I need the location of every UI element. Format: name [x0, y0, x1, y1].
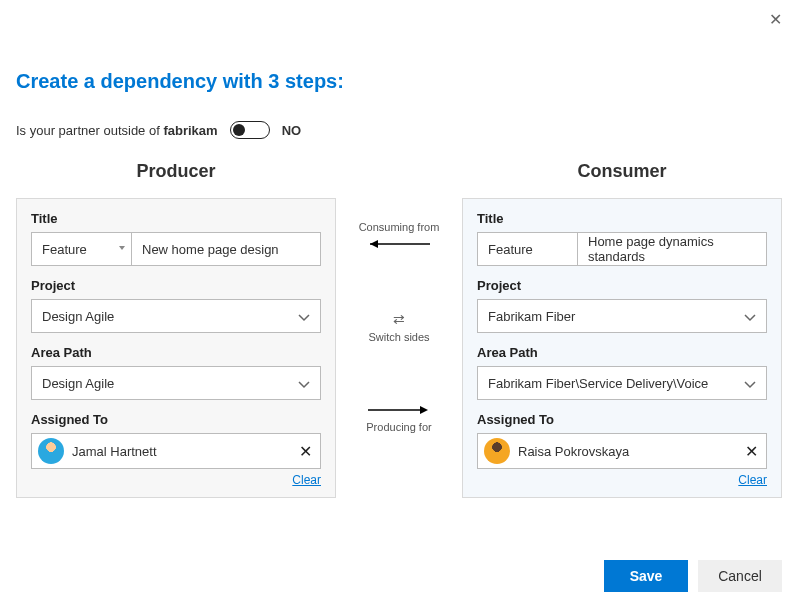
- consumer-assigned-label: Assigned To: [477, 412, 767, 427]
- producer-title-input[interactable]: New home page design: [132, 233, 320, 265]
- producer-assigned-picker[interactable]: Jamal Hartnett ✕: [31, 433, 321, 469]
- dialog-title: Create a dependency with 3 steps:: [16, 70, 782, 93]
- producer-assigned-name: Jamal Hartnett: [72, 444, 157, 459]
- consumer-area-label: Area Path: [477, 345, 767, 360]
- arrow-right-icon: [364, 403, 434, 417]
- consumer-assigned-name: Raisa Pokrovskaya: [518, 444, 629, 459]
- consumer-title-type-select[interactable]: Feature: [478, 233, 578, 265]
- producer-title-row: Feature New home page design: [31, 232, 321, 266]
- consumer-heading: Consumer: [462, 157, 782, 186]
- switch-sides-label[interactable]: Switch sides: [368, 331, 429, 343]
- producer-title-type-value: Feature: [42, 242, 87, 257]
- producer-area-value: Design Agile: [42, 376, 114, 391]
- producer-title-type-select[interactable]: Feature: [32, 233, 132, 265]
- consumer-project-label: Project: [477, 278, 767, 293]
- arrow-left-icon: [364, 237, 434, 251]
- avatar: [38, 438, 64, 464]
- consumer-area-value: Fabrikam Fiber\Service Delivery\Voice: [488, 376, 708, 391]
- chevron-down-icon: [298, 314, 310, 322]
- consumer-project-select[interactable]: Fabrikam Fiber: [477, 299, 767, 333]
- consumer-area-select[interactable]: Fabrikam Fiber\Service Delivery\Voice: [477, 366, 767, 400]
- consumer-assigned-picker[interactable]: Raisa Pokrovskaya ✕: [477, 433, 767, 469]
- middle-controls: Consuming from ⇄ Switch sides Producing …: [336, 157, 462, 433]
- partner-outside-toggle[interactable]: [230, 121, 270, 139]
- swap-icon[interactable]: ⇄: [393, 311, 405, 327]
- clear-assigned-icon[interactable]: ✕: [745, 442, 758, 461]
- save-button[interactable]: Save: [604, 560, 688, 592]
- chevron-down-icon: [744, 314, 756, 322]
- avatar: [484, 438, 510, 464]
- producer-heading: Producer: [16, 157, 336, 186]
- partner-question-prefix: Is your partner outside of: [16, 123, 163, 138]
- cancel-button[interactable]: Cancel: [698, 560, 782, 592]
- producer-clear-link[interactable]: Clear: [31, 473, 321, 487]
- chevron-down-icon: [119, 246, 125, 250]
- consumer-title-value: Home page dynamics standards: [588, 234, 756, 264]
- chevron-down-icon: [298, 381, 310, 389]
- producer-project-select[interactable]: Design Agile: [31, 299, 321, 333]
- consumer-panel: Title Feature Home page dynamics standar…: [462, 198, 782, 498]
- producer-panel: Title Feature New home page design Proje…: [16, 198, 336, 498]
- consuming-from-label: Consuming from: [359, 221, 440, 233]
- producer-project-value: Design Agile: [42, 309, 114, 324]
- producer-title-value: New home page design: [142, 242, 279, 257]
- consumer-title-row: Feature Home page dynamics standards: [477, 232, 767, 266]
- close-icon[interactable]: ✕: [769, 12, 782, 28]
- consumer-title-type-value: Feature: [488, 242, 533, 257]
- consumer-clear-link[interactable]: Clear: [477, 473, 767, 487]
- consumer-title-label: Title: [477, 211, 767, 226]
- partner-question-row: Is your partner outside of fabrikam NO: [0, 93, 798, 157]
- producer-project-label: Project: [31, 278, 321, 293]
- consumer-project-value: Fabrikam Fiber: [488, 309, 575, 324]
- producer-title-label: Title: [31, 211, 321, 226]
- producer-area-label: Area Path: [31, 345, 321, 360]
- toggle-state-label: NO: [282, 123, 302, 138]
- partner-org-name: fabrikam: [163, 123, 217, 138]
- clear-assigned-icon[interactable]: ✕: [299, 442, 312, 461]
- producing-for-label: Producing for: [366, 421, 431, 433]
- consumer-title-input[interactable]: Home page dynamics standards: [578, 233, 766, 265]
- producer-area-select[interactable]: Design Agile: [31, 366, 321, 400]
- chevron-down-icon: [744, 381, 756, 389]
- toggle-knob: [233, 124, 245, 136]
- producer-assigned-label: Assigned To: [31, 412, 321, 427]
